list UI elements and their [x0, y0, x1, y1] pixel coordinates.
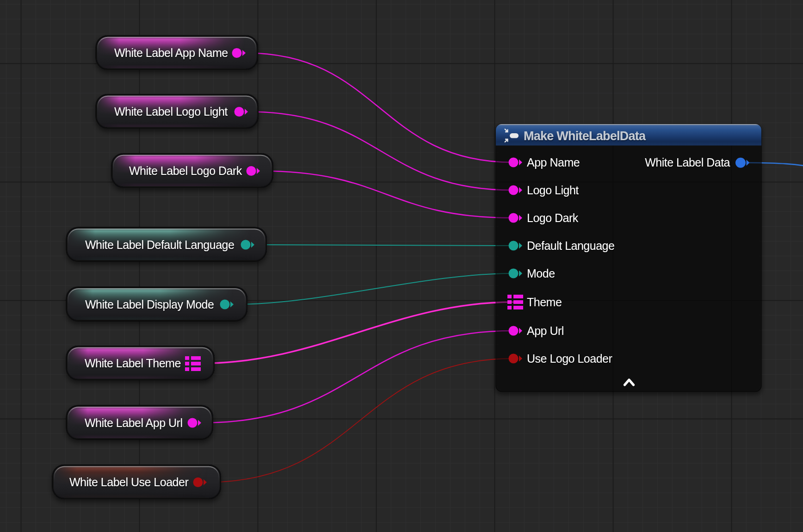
svg-text:App Url: App Url — [527, 324, 564, 337]
svg-text:App Name: App Name — [527, 156, 580, 169]
svg-text:White Label Logo Light: White Label Logo Light — [114, 105, 228, 118]
svg-text:Make WhiteLabelData: Make WhiteLabelData — [524, 129, 646, 143]
svg-text:Logo Dark: Logo Dark — [527, 211, 579, 224]
svg-text:White Label Theme: White Label Theme — [85, 357, 181, 370]
svg-text:White Label Data: White Label Data — [645, 156, 730, 169]
svg-text:White Label Logo Dark: White Label Logo Dark — [129, 164, 242, 177]
svg-text:Default Language: Default Language — [527, 239, 614, 252]
svg-text:White Label App Name: White Label App Name — [114, 46, 228, 59]
svg-text:White Label Display Mode: White Label Display Mode — [85, 298, 214, 311]
svg-text:Use Logo Loader: Use Logo Loader — [527, 352, 612, 365]
svg-text:White Label Use Loader: White Label Use Loader — [69, 476, 188, 489]
svg-text:White Label App Url: White Label App Url — [85, 416, 182, 429]
svg-text:Logo Light: Logo Light — [527, 184, 579, 197]
svg-text:White Label Default Language: White Label Default Language — [85, 238, 234, 251]
svg-text:Theme: Theme — [527, 296, 562, 309]
svg-text:Mode: Mode — [527, 267, 555, 280]
